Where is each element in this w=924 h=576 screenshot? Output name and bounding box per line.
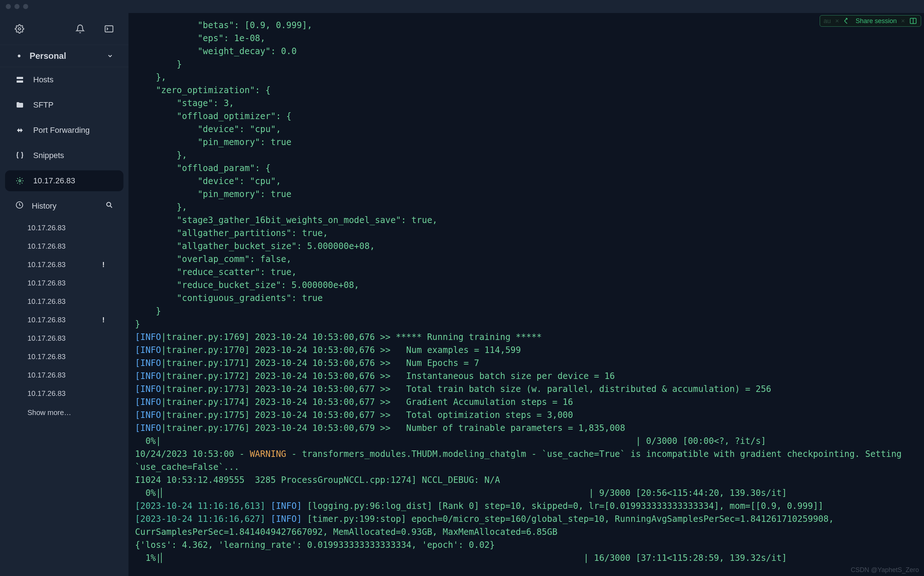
sidebar: Personal Hosts SFTP Port Forwarding Snip… bbox=[0, 13, 128, 576]
sidebar-item-label: Snippets bbox=[33, 151, 64, 160]
log-line: {'loss': 4.362, 'learning_rate': 0.01993… bbox=[135, 540, 495, 550]
progress-bar: 0%|▏ | 9/3000 [20:56<115:44:20, 139.30s/… bbox=[135, 488, 787, 498]
bell-icon bbox=[75, 24, 85, 34]
history-item-label: 10.17.26.83 bbox=[27, 316, 66, 324]
log-tag: [INFO bbox=[135, 397, 161, 407]
terminal-icon bbox=[104, 24, 114, 34]
terminal-pane[interactable]: au × Share session × "betas": [0.9, 0.99… bbox=[128, 13, 924, 576]
log-tag: [INFO bbox=[135, 371, 161, 381]
history-item-label: 10.17.26.83 bbox=[27, 224, 66, 232]
settings-button[interactable] bbox=[14, 24, 24, 34]
history-item[interactable]: 10.17.26.83 bbox=[0, 384, 128, 403]
sidebar-item-label: Port Forwarding bbox=[33, 126, 90, 135]
history-item[interactable]: 10.17.26.83 bbox=[0, 274, 128, 292]
close-window-button[interactable] bbox=[6, 4, 11, 9]
svg-rect-2 bbox=[17, 77, 23, 79]
alert-icon: ! bbox=[102, 261, 114, 269]
forward-icon bbox=[15, 126, 24, 134]
divider: × bbox=[835, 17, 839, 25]
alert-icon: ! bbox=[102, 316, 114, 324]
share-session-button[interactable]: Share session bbox=[855, 17, 897, 25]
terminal-output[interactable]: "betas": [0.9, 0.999], "eps": 1e-08, "we… bbox=[128, 13, 924, 567]
log-tag: [INFO bbox=[135, 332, 161, 342]
braces-icon bbox=[15, 151, 24, 160]
history-item[interactable]: 10.17.26.83! bbox=[0, 256, 128, 274]
log-line: 10/24/2023 10:53:00 - bbox=[135, 449, 250, 459]
log-line: I1024 10:53:12.489555 3285 ProcessGroupN… bbox=[135, 475, 500, 485]
history-item[interactable]: 10.17.26.83 bbox=[0, 366, 128, 384]
notifications-button[interactable] bbox=[75, 24, 85, 34]
log-line: |trainer.py:1772] 2023-10-24 10:53:00,67… bbox=[161, 371, 615, 381]
svg-point-4 bbox=[19, 180, 21, 182]
history-item-label: 10.17.26.83 bbox=[27, 242, 66, 250]
folder-icon bbox=[15, 101, 24, 109]
watermark: CSDN @YaphetS_Zero bbox=[851, 566, 919, 574]
sidebar-item-label: Hosts bbox=[33, 75, 53, 85]
log-timestamp: [2023-10-24 11:16:16,613] bbox=[135, 501, 265, 511]
history-label: History bbox=[32, 202, 56, 211]
log-line: |trainer.py:1776] 2023-10-24 10:53:00,67… bbox=[161, 423, 625, 433]
log-line: [logging.py:96:log_dist] [Rank 0] step=1… bbox=[302, 501, 823, 511]
svg-rect-3 bbox=[17, 80, 23, 83]
log-tag: [INFO bbox=[135, 358, 161, 368]
chevron-down-icon bbox=[107, 53, 114, 59]
log-tag: WARNING bbox=[250, 449, 286, 459]
sidebar-item-snippets[interactable]: Snippets bbox=[0, 143, 128, 168]
log-line: |trainer.py:1770] 2023-10-24 10:53:00,67… bbox=[161, 345, 521, 355]
history-item[interactable]: 10.17.26.83 bbox=[0, 237, 128, 256]
search-history-button[interactable] bbox=[106, 201, 114, 211]
progress-bar: 0%| | 0/3000 [00:00<?, ?it/s] bbox=[135, 436, 766, 446]
workspace-label: Personal bbox=[30, 51, 66, 61]
history-item-label: 10.17.26.83 bbox=[27, 298, 66, 306]
svg-point-6 bbox=[107, 202, 111, 206]
au-badge: au bbox=[824, 17, 831, 25]
share-icon bbox=[843, 17, 851, 25]
log-tag: [INFO bbox=[135, 410, 161, 420]
sidebar-item-port-forwarding[interactable]: Port Forwarding bbox=[0, 118, 128, 143]
new-terminal-button[interactable] bbox=[104, 24, 114, 34]
layout-icon[interactable] bbox=[909, 17, 917, 25]
sidebar-item-sftp[interactable]: SFTP bbox=[0, 93, 128, 118]
hosts-icon bbox=[15, 75, 24, 84]
history-list: 10.17.26.83 10.17.26.83 10.17.26.83! 10.… bbox=[0, 219, 128, 576]
minimize-window-button[interactable] bbox=[14, 4, 19, 9]
history-item-label: 10.17.26.83 bbox=[27, 279, 66, 287]
history-item-label: 10.17.26.83 bbox=[27, 353, 66, 361]
log-tag: [INFO] bbox=[271, 514, 302, 524]
sidebar-topbar bbox=[0, 13, 128, 45]
active-session-tab[interactable]: 10.17.26.83 bbox=[5, 170, 123, 191]
history-item-label: 10.17.26.83 bbox=[27, 261, 66, 269]
history-item[interactable]: 10.17.26.83 bbox=[0, 292, 128, 311]
log-timestamp: [2023-10-24 11:16:16,627] bbox=[135, 514, 265, 524]
search-icon bbox=[106, 201, 114, 209]
log-line: |trainer.py:1774] 2023-10-24 10:53:00,67… bbox=[161, 397, 573, 407]
maximize-window-button[interactable] bbox=[23, 4, 28, 9]
history-item[interactable]: 10.17.26.83! bbox=[0, 311, 128, 329]
gear-icon bbox=[15, 52, 23, 60]
log-line: |trainer.py:1775] 2023-10-24 10:53:00,67… bbox=[161, 410, 573, 420]
sidebar-item-label: SFTP bbox=[33, 100, 53, 110]
sidebar-item-history[interactable]: History bbox=[0, 194, 128, 219]
history-item[interactable]: 10.17.26.83 bbox=[0, 219, 128, 237]
log-tag: [INFO] bbox=[271, 501, 302, 511]
log-tag: [INFO bbox=[135, 423, 161, 433]
history-item[interactable]: 10.17.26.83 bbox=[0, 347, 128, 366]
show-more-button[interactable]: Show more… bbox=[0, 403, 128, 422]
clock-icon bbox=[15, 201, 24, 211]
active-session-label: 10.17.26.83 bbox=[33, 176, 75, 186]
session-toolbar: au × Share session × bbox=[820, 15, 921, 27]
gear-icon bbox=[15, 177, 24, 185]
history-item-label: 10.17.26.83 bbox=[27, 334, 66, 342]
progress-bar: 1%|▏ | 16/3000 [37:11<115:28:59, 139.32s… bbox=[135, 553, 787, 563]
sidebar-item-hosts[interactable]: Hosts bbox=[0, 67, 128, 93]
svg-point-0 bbox=[18, 28, 21, 30]
history-item[interactable]: 10.17.26.83 bbox=[0, 329, 128, 347]
svg-rect-1 bbox=[105, 26, 113, 32]
workspace-selector[interactable]: Personal bbox=[0, 45, 128, 67]
log-tag: [INFO bbox=[135, 384, 161, 394]
log-tag: [INFO bbox=[135, 345, 161, 355]
log-line: |trainer.py:1771] 2023-10-24 10:53:00,67… bbox=[161, 358, 479, 368]
log-line: "betas": [0.9, 0.999], "eps": 1e-08, "we… bbox=[135, 20, 438, 329]
log-line: |trainer.py:1769] 2023-10-24 10:53:00,67… bbox=[161, 332, 542, 342]
history-item-label: 10.17.26.83 bbox=[27, 371, 66, 379]
